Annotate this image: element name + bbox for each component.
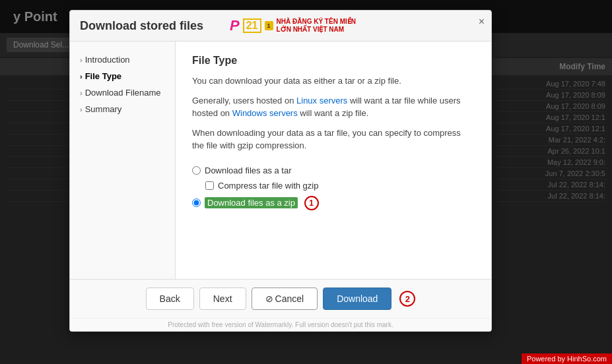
modal-footer: Back Next ⊘Cancel Download 2	[70, 279, 491, 318]
modal-nav: › Introduction › File Type › Download Fi…	[70, 42, 176, 279]
logo-vn-line1: NHÀ ĐĂNG KÝ TÊN MIỀN	[277, 18, 356, 26]
download-modal: Download stored files P 21 1 NHÀ ĐĂNG KÝ…	[69, 10, 492, 332]
chevron-right-icon: ›	[80, 89, 83, 97]
gzip-checkbox[interactable]	[205, 181, 214, 190]
content-para3: When downloading your data as a tar file…	[192, 127, 475, 152]
modal-logo: P 21 1 NHÀ ĐĂNG KÝ TÊN MIỀN LỚN NHẤT VIỆ…	[230, 17, 356, 34]
nav-introduction-label: Introduction	[85, 55, 130, 65]
file-type-options: Download files as a tar Compress tar fil…	[192, 166, 475, 210]
back-button[interactable]: Back	[146, 288, 194, 310]
badge-2: 2	[399, 291, 415, 307]
modal-body: › Introduction › File Type › Download Fi…	[70, 42, 491, 279]
next-button[interactable]: Next	[199, 288, 246, 310]
watermark-text: Protected with free version of Watermark…	[70, 318, 491, 331]
content-title: File Type	[192, 55, 475, 67]
badge-1: 1	[304, 196, 319, 210]
linux-highlight: Linux servers	[296, 96, 347, 106]
tar-label[interactable]: Download files as a tar	[205, 166, 292, 175]
content-para1: You can download your data as either a t…	[192, 75, 475, 88]
gzip-option: Compress tar file with gzip	[205, 181, 475, 191]
nav-file-type-label: File Type	[85, 71, 121, 81]
nav-item-download-filename[interactable]: › Download Filename	[77, 84, 168, 101]
chevron-right-icon: ›	[80, 56, 83, 64]
tar-radio[interactable]	[192, 166, 201, 175]
logo-badge: 1	[265, 21, 273, 30]
tar-option: Download files as a tar	[192, 166, 475, 175]
nav-item-summary[interactable]: › Summary	[77, 101, 168, 117]
gzip-label[interactable]: Compress tar file with gzip	[218, 181, 318, 191]
nav-item-introduction[interactable]: › Introduction	[77, 51, 168, 68]
logo-vn-text: NHÀ ĐĂNG KÝ TÊN MIỀN LỚN NHẤT VIỆT NAM	[277, 18, 356, 34]
nav-summary-label: Summary	[85, 104, 122, 114]
zip-option: Download files as a zip 1	[192, 196, 475, 210]
modal-title: Download stored files	[80, 19, 203, 33]
content-para2: Generally, users hosted on Linux servers…	[192, 94, 475, 120]
zip-label[interactable]: Download files as a zip 1	[205, 196, 319, 210]
modal-header-left: Download stored files P 21 1 NHÀ ĐĂNG KÝ…	[80, 17, 356, 34]
modal-content-area: File Type You can download your data as …	[176, 42, 491, 279]
logo-p-icon: P	[230, 17, 240, 34]
zip-radio[interactable]	[192, 198, 201, 207]
watermark-bottom: Powered by HinhSo.com	[522, 353, 612, 364]
download-button[interactable]: Download	[323, 288, 391, 310]
cancel-icon: ⊘	[265, 293, 273, 304]
chevron-right-icon-active: ›	[80, 73, 83, 80]
download-label: Download	[337, 293, 378, 304]
modal-header: Download stored files P 21 1 NHÀ ĐĂNG KÝ…	[70, 11, 491, 42]
cancel-label: Cancel	[275, 293, 304, 304]
nav-download-filename-label: Download Filename	[85, 88, 161, 98]
modal-close-button[interactable]: ×	[479, 16, 485, 28]
logo-vn-line2: LỚN NHẤT VIỆT NAM	[277, 26, 356, 34]
chevron-right-icon: ›	[80, 106, 83, 113]
nav-item-file-type[interactable]: › File Type	[77, 68, 168, 84]
windows-highlight: Windows servers	[232, 108, 298, 118]
logo-21: 21	[243, 18, 261, 33]
zip-label-text: Download files as a zip	[205, 197, 298, 208]
cancel-button[interactable]: ⊘Cancel	[252, 288, 318, 310]
